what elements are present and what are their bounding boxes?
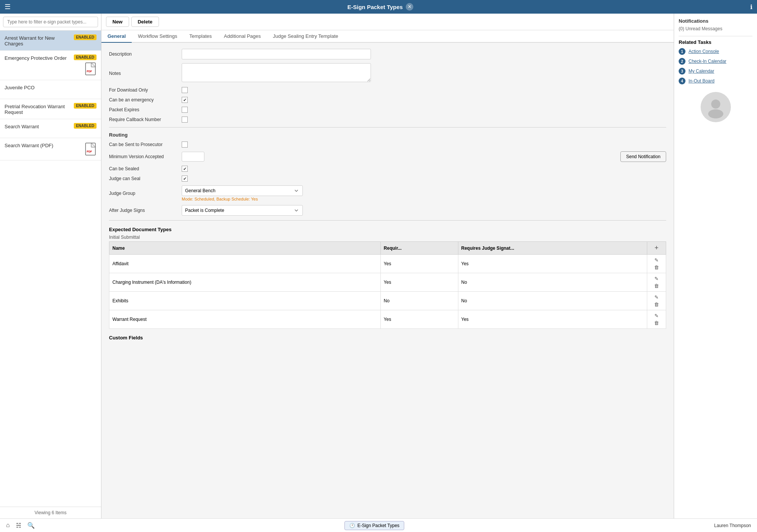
sidebar-item-right: PDF bbox=[84, 142, 97, 156]
after-judge-select[interactable]: Packet is Complete bbox=[182, 205, 303, 216]
task-item[interactable]: 3 My Calendar bbox=[679, 68, 752, 75]
tab-templates[interactable]: Templates bbox=[183, 30, 218, 43]
min-version-label: Minimum Version Accepted bbox=[109, 154, 177, 159]
doc-judge-sig: Yes bbox=[458, 255, 647, 273]
tab-general[interactable]: General bbox=[101, 30, 132, 43]
for-download-checkbox[interactable] bbox=[182, 87, 188, 93]
judge-seal-label: Judge can Seal bbox=[109, 176, 177, 181]
notes-field-wrapper bbox=[182, 63, 371, 83]
doc-types-section: Expected Document Types Initial Submitta… bbox=[109, 227, 666, 329]
can-be-sealed-row: Can be Sealed bbox=[109, 166, 666, 172]
can-be-sealed-checkbox[interactable] bbox=[182, 166, 188, 172]
task-label: In-Out Board bbox=[688, 78, 715, 84]
judge-group-wrapper: General Bench Mode: Scheduled, Backup Sc… bbox=[182, 185, 303, 201]
delete-row-button[interactable]: 🗑 bbox=[653, 301, 660, 308]
sidebar-item[interactable]: Search WarrantENABLED bbox=[0, 119, 101, 138]
table-row: Exhibits No No ✎ 🗑 bbox=[109, 292, 666, 310]
page-title: E-Sign Packet Types bbox=[347, 4, 403, 10]
sidebar-item[interactable]: Arrest Warrant for New ChargesENABLED bbox=[0, 31, 101, 51]
svg-text:PDF: PDF bbox=[87, 150, 92, 153]
task-number: 2 bbox=[679, 58, 685, 65]
callback-checkbox[interactable] bbox=[182, 117, 188, 123]
after-judge-label: After Judge Signs bbox=[109, 208, 177, 213]
content-scroll: Description Notes For Download Only Can … bbox=[101, 43, 674, 518]
doc-name: Exhibits bbox=[109, 292, 381, 310]
sidebar-item-right: ENABLED bbox=[74, 123, 97, 129]
task-item[interactable]: 4 In-Out Board bbox=[679, 78, 752, 84]
callback-label: Require Callback Number bbox=[109, 117, 177, 122]
search-input[interactable] bbox=[3, 17, 98, 27]
judge-group-row: Judge Group General Bench Mode: Schedule… bbox=[109, 185, 666, 201]
emergency-checkbox[interactable] bbox=[182, 97, 188, 103]
hamburger-icon[interactable]: ☰ bbox=[5, 3, 11, 11]
tab-bar: GeneralWorkflow SettingsTemplatesAdditio… bbox=[101, 30, 674, 43]
top-bar: ☰ E-Sign Packet Types × ℹ bbox=[0, 0, 757, 14]
notes-input[interactable] bbox=[182, 63, 371, 82]
sidebar-item-label: Search Warrant (PDF) bbox=[5, 142, 84, 148]
active-app-label: E-Sign Packet Types bbox=[357, 523, 399, 528]
sidebar-item[interactable]: Emergency Protective OrderENABLED PDF bbox=[0, 51, 101, 80]
tab-workflow[interactable]: Workflow Settings bbox=[132, 30, 183, 43]
info-icon[interactable]: ℹ bbox=[750, 3, 752, 11]
sidebar-item[interactable]: Search Warrant (PDF) PDF bbox=[0, 138, 101, 160]
description-label: Description bbox=[109, 51, 177, 57]
callback-row: Require Callback Number bbox=[109, 117, 666, 123]
delete-row-button[interactable]: 🗑 bbox=[653, 264, 660, 271]
send-notification-button[interactable]: Send Notification bbox=[620, 151, 666, 162]
panel-divider bbox=[679, 36, 752, 36]
delete-button[interactable]: Delete bbox=[131, 17, 159, 27]
bottom-icons: ⌂ ☵ 🔍 bbox=[6, 522, 35, 529]
avatar-icon bbox=[704, 96, 727, 118]
doc-judge-sig: No bbox=[458, 273, 647, 292]
svg-rect-0 bbox=[86, 63, 95, 75]
tab-judge[interactable]: Judge Sealing Entry Template bbox=[267, 30, 344, 43]
doc-requires: Yes bbox=[380, 255, 458, 273]
task-label: Action Console bbox=[688, 49, 719, 54]
task-number: 3 bbox=[679, 68, 685, 75]
enabled-badge: ENABLED bbox=[74, 123, 97, 129]
col-add: + bbox=[647, 242, 666, 255]
add-doc-type-button[interactable]: + bbox=[653, 244, 660, 252]
delete-row-button[interactable]: 🗑 bbox=[653, 282, 660, 289]
search-icon[interactable]: 🔍 bbox=[27, 522, 35, 529]
task-list: 1 Action Console 2 Check-In Calendar 3 M… bbox=[679, 48, 752, 84]
task-item[interactable]: 1 Action Console bbox=[679, 48, 752, 55]
edit-button[interactable]: ✎ bbox=[653, 312, 660, 319]
edit-button[interactable]: ✎ bbox=[653, 257, 660, 264]
enabled-badge: ENABLED bbox=[74, 54, 97, 60]
routing-label: Routing bbox=[109, 132, 666, 138]
active-app-indicator[interactable]: 🕐 E-Sign Packet Types bbox=[344, 521, 404, 530]
col-judge-sig: Requires Judge Signat... bbox=[458, 242, 647, 255]
judge-group-select[interactable]: General Bench bbox=[182, 185, 303, 196]
initial-submittal-label: Initial Submittal bbox=[109, 235, 666, 240]
doc-table: Name Requir... Requires Judge Signat... … bbox=[109, 241, 666, 329]
min-version-input[interactable] bbox=[182, 152, 204, 162]
packet-expires-checkbox[interactable] bbox=[182, 107, 188, 113]
enabled-badge: ENABLED bbox=[74, 103, 97, 109]
monitor-icon[interactable]: ☵ bbox=[16, 522, 21, 529]
sidebar-search-area bbox=[0, 14, 101, 31]
tab-additional[interactable]: Additional Pages bbox=[218, 30, 267, 43]
doc-judge-sig: Yes bbox=[458, 310, 647, 329]
close-button[interactable]: × bbox=[406, 3, 413, 11]
edit-button[interactable]: ✎ bbox=[653, 294, 660, 301]
home-icon[interactable]: ⌂ bbox=[6, 522, 10, 529]
sidebar-item[interactable]: Juvenile PCO bbox=[0, 80, 101, 99]
doc-actions: ✎ 🗑 bbox=[647, 255, 666, 273]
doc-judge-sig: No bbox=[458, 292, 647, 310]
judge-seal-checkbox[interactable] bbox=[182, 176, 188, 182]
notes-row: Notes bbox=[109, 63, 666, 83]
sidebar-item[interactable]: Pretrial Revocation Warrant RequestENABL… bbox=[0, 99, 101, 119]
col-requires: Requir... bbox=[380, 242, 458, 255]
prosecutor-label: Can be Sent to Prosecutor bbox=[109, 142, 177, 147]
delete-row-button[interactable]: 🗑 bbox=[653, 319, 660, 327]
new-button[interactable]: New bbox=[106, 17, 129, 27]
task-item[interactable]: 2 Check-In Calendar bbox=[679, 58, 752, 65]
description-field-wrapper bbox=[182, 49, 371, 59]
task-label: Check-In Calendar bbox=[688, 59, 726, 64]
description-input[interactable] bbox=[182, 49, 371, 59]
notes-label: Notes bbox=[109, 71, 177, 76]
edit-button[interactable]: ✎ bbox=[653, 275, 660, 282]
doc-requires: Yes bbox=[380, 310, 458, 329]
prosecutor-checkbox[interactable] bbox=[182, 142, 188, 148]
